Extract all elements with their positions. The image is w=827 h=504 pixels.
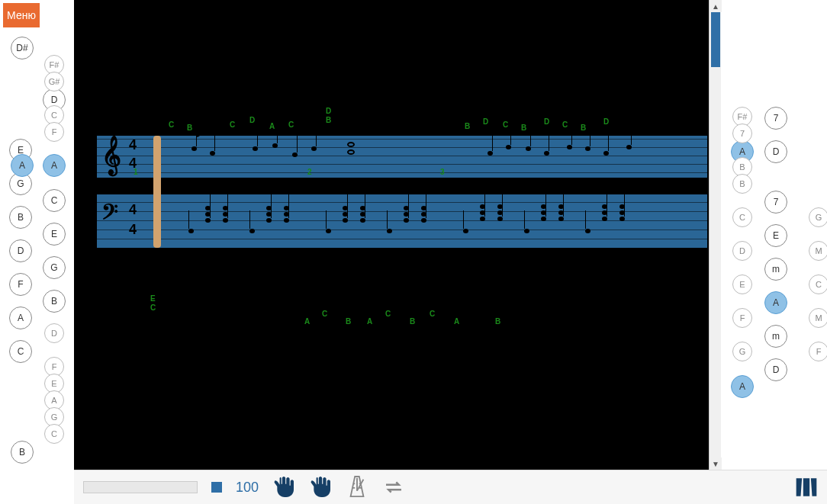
treble-clef-icon: 𝄞 (101, 136, 121, 174)
note-label-top-10: C (503, 120, 508, 129)
left-outer-big-4[interactable]: B (43, 290, 66, 313)
right-inner-3[interactable]: E (764, 224, 787, 247)
right-inner-4[interactable]: m (764, 258, 787, 281)
tempo-value: 100 (236, 480, 259, 496)
note-label-top-15: D (603, 117, 609, 126)
left-bass-D-3[interactable]: D (9, 239, 32, 262)
note-label-row2-0: E (150, 294, 156, 303)
left-outer-A-selected[interactable]: A (43, 154, 66, 177)
left-bass-C-6[interactable]: C (9, 340, 32, 363)
right-outer-7[interactable]: M (809, 241, 827, 261)
right-outer-1[interactable]: 7 (732, 124, 752, 143)
playhead[interactable] (153, 136, 161, 248)
right-outer-10[interactable]: F (732, 308, 752, 328)
note-label-top-11: B (521, 124, 526, 132)
treble-staff: 𝄞 4 4 (97, 136, 707, 178)
right-outer-3[interactable]: B (732, 174, 752, 194)
left-bass-A-5[interactable]: A (9, 307, 32, 329)
left-outer-small2-0[interactable]: D (44, 323, 64, 343)
panels-button[interactable] (795, 474, 818, 501)
note-label-top-13: C (562, 120, 568, 129)
note-label-row2-1: C (150, 303, 156, 312)
bass-clef-icon: 𝄢 (101, 199, 118, 230)
left-special-0[interactable]: D# (11, 37, 34, 59)
left-outer-big-1[interactable]: C (43, 189, 66, 212)
note-label-row2-7: B (410, 317, 415, 326)
left-outer-small2-5[interactable]: C (44, 424, 64, 444)
note-label-row2-3: C (322, 310, 327, 318)
note-label-top-7: B (326, 116, 331, 124)
note-label-top-14: B (581, 124, 586, 132)
bar-number-2: 2 (307, 168, 312, 176)
left-bass-F-4[interactable]: F (9, 273, 32, 296)
timesig-top: 4 (129, 137, 137, 153)
note-label-top-2: C (230, 120, 235, 129)
note-label-row2-8: C (430, 310, 435, 318)
note-label-row2-9: A (454, 317, 459, 326)
loop-button[interactable] (382, 474, 405, 501)
right-outer-5[interactable]: G (809, 207, 827, 227)
score-scrollbar[interactable]: ▲ ▼ (709, 0, 721, 470)
left-special-2[interactable]: B (11, 441, 34, 464)
left-hand-button[interactable] (272, 474, 295, 501)
note-label-row2-10: B (495, 317, 500, 326)
note-label-top-9: D (483, 117, 488, 126)
note-label-top-1: B (187, 124, 192, 132)
right-outer-8[interactable]: E (732, 274, 752, 294)
right-inner-1[interactable]: D (764, 140, 787, 163)
scroll-down-icon[interactable]: ▼ (710, 457, 722, 470)
note-label-top-6: D (326, 107, 331, 115)
left-bass-B-2[interactable]: B (9, 206, 32, 229)
right-outer-13[interactable]: F (809, 342, 827, 361)
scroll-thumb[interactable] (711, 12, 720, 67)
scroll-up-icon[interactable]: ▲ (710, 0, 722, 12)
menu-button[interactable]: Меню (3, 3, 40, 27)
left-special-1[interactable]: A (11, 154, 34, 177)
note-label-row2-6: C (385, 310, 391, 318)
right-outer-9[interactable]: C (809, 274, 827, 294)
note-label-top-0: C (169, 120, 174, 129)
left-outer-small-1[interactable]: G# (44, 72, 64, 91)
bar-number-3: 3 (440, 168, 445, 176)
right-inner-5[interactable]: A (764, 291, 787, 314)
right-sel-1[interactable]: A (731, 375, 754, 398)
bar-number-1: 1 (134, 168, 138, 176)
right-outer-4[interactable]: C (732, 207, 752, 227)
right-outer-12[interactable]: G (732, 342, 752, 361)
left-outer-big-2[interactable]: E (43, 223, 66, 246)
right-inner-0[interactable]: 7 (764, 107, 787, 130)
left-outer-big-3[interactable]: G (43, 256, 66, 279)
note-label-row2-2: A (304, 317, 310, 326)
timesig-bottom-2: 4 (129, 222, 137, 238)
metronome-button[interactable] (346, 474, 368, 501)
score-canvas[interactable]: 𝄞 4 4 𝄢 4 4 (74, 0, 721, 470)
right-inner-2[interactable]: 7 (764, 191, 787, 213)
right-hand-button[interactable] (309, 474, 332, 501)
right-outer-11[interactable]: M (809, 308, 827, 328)
note-label-top-4: A (269, 122, 275, 130)
timesig-top-2: 4 (129, 202, 137, 218)
transport-bar: 100 (74, 470, 827, 504)
score-area: 𝄞 4 4 𝄢 4 4 (74, 0, 721, 470)
progress-bar[interactable] (83, 481, 198, 493)
note-label-top-8: B (465, 122, 470, 130)
right-inner-6[interactable]: m (764, 325, 787, 348)
left-outer-small-3[interactable]: F (44, 122, 64, 142)
note-label-row2-4: B (346, 317, 351, 326)
right-outer-6[interactable]: D (732, 241, 752, 261)
tempo-indicator-icon (211, 482, 222, 493)
note-label-top-5: C (288, 120, 294, 129)
note-label-top-12: D (544, 117, 549, 126)
note-label-row2-5: A (367, 317, 372, 326)
note-label-top-3: D (249, 116, 255, 124)
right-inner-7[interactable]: D (764, 358, 787, 381)
